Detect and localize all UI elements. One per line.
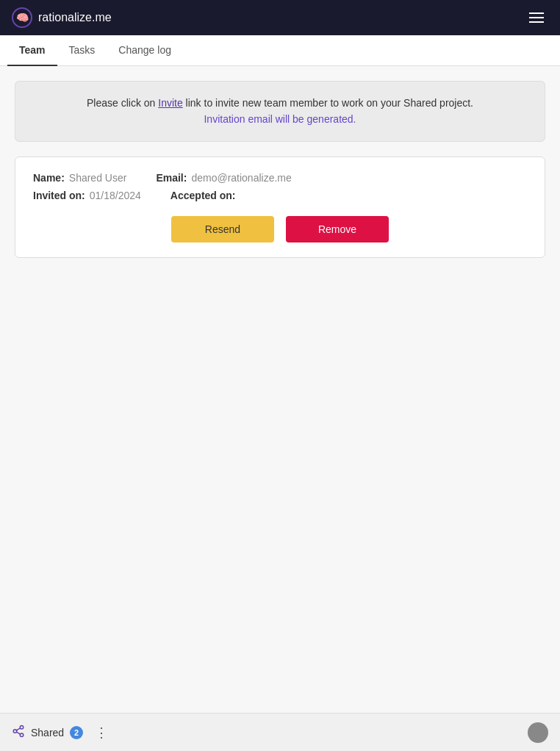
info-banner-line1: Please click on Invite link to invite ne… <box>33 95 527 111</box>
accepted-on-field: Accepted on: <box>170 190 240 201</box>
share-icon <box>12 725 25 741</box>
tabs-bar: Team Tasks Change log <box>0 35 560 66</box>
footer-avatar <box>528 722 548 743</box>
invited-on-label: Invited on: <box>33 190 85 201</box>
svg-line-4 <box>16 727 20 730</box>
member-info-row: Name: Shared User Email: demo@rationaliz… <box>33 172 527 184</box>
info-banner: Please click on Invite link to invite ne… <box>15 81 545 142</box>
app-footer: Shared 2 ⋮ <box>0 713 560 751</box>
name-field: Name: Shared User <box>33 172 126 184</box>
member-actions: Resend Remove <box>33 216 527 242</box>
hamburger-menu-button[interactable] <box>525 8 548 27</box>
logo-container: 🧠 rationalize.me <box>12 7 112 28</box>
invited-on-field: Invited on: 01/18/2024 <box>33 190 141 201</box>
svg-line-3 <box>16 732 20 734</box>
accepted-on-label: Accepted on: <box>170 190 236 201</box>
footer-menu-button[interactable]: ⋮ <box>92 722 111 744</box>
resend-button[interactable]: Resend <box>171 216 274 242</box>
hamburger-line-2 <box>529 17 544 18</box>
footer-project-name: Shared <box>31 727 64 739</box>
invited-on-value: 01/18/2024 <box>90 190 141 201</box>
logo-icon: 🧠 <box>12 7 32 28</box>
tab-changelog[interactable]: Change log <box>107 35 183 66</box>
tab-tasks[interactable]: Tasks <box>57 35 107 66</box>
member-card: Name: Shared User Email: demo@rationaliz… <box>15 157 545 258</box>
tab-team[interactable]: Team <box>7 35 57 66</box>
info-banner-line2: Invitation email will be generated. <box>33 111 527 127</box>
hamburger-line-1 <box>529 12 544 14</box>
main-content: Team Tasks Change log Please click on In… <box>0 35 560 713</box>
invite-link[interactable]: Invite <box>158 97 182 109</box>
page-body: Please click on Invite link to invite ne… <box>0 66 560 713</box>
footer-member-count-badge: 2 <box>70 726 83 739</box>
member-dates-row: Invited on: 01/18/2024 Accepted on: <box>33 190 527 201</box>
name-label: Name: <box>33 172 65 184</box>
name-value: Shared User <box>69 172 127 184</box>
email-value: demo@rationalize.me <box>191 172 291 184</box>
email-label: Email: <box>156 172 187 184</box>
remove-button[interactable]: Remove <box>286 216 389 242</box>
hamburger-line-3 <box>529 21 544 23</box>
email-field: Email: demo@rationalize.me <box>156 172 291 184</box>
app-title: rationalize.me <box>38 11 112 24</box>
app-header: 🧠 rationalize.me <box>0 0 560 35</box>
